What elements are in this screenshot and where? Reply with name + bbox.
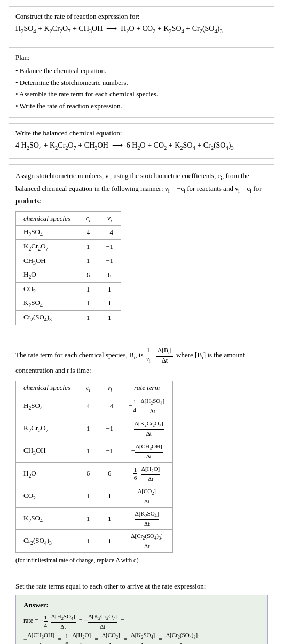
col-species: chemical species	[16, 211, 78, 226]
rt-species-ch3oh: CH3OH	[16, 440, 78, 462]
table-row: K2SO4 1 1 Δ[K2SO4]Δt	[16, 508, 173, 530]
table-row: CH3OH 1 −1 −Δ[CH3OH]Δt	[16, 440, 173, 462]
construct-label: Construct the rate of reaction expressio…	[15, 12, 268, 21]
stoich-section: Assign stoichiometric numbers, νi, using…	[9, 164, 274, 335]
v-k2cr2o7: −1	[98, 239, 121, 254]
species-co2: CO2	[16, 282, 78, 296]
plan-step-2: Determine the stoichiometric numbers.	[15, 77, 268, 88]
rt-c-k2so4: 1	[78, 508, 98, 530]
answer-section: Set the rate terms equal to each other t…	[9, 575, 274, 644]
rate-term-table: chemical species ci νi rate term H2SO4 4…	[15, 381, 173, 553]
table-row: K2SO4 1 1	[16, 296, 121, 311]
table-row: H2O 6 6	[16, 268, 121, 283]
col-vi: νi	[98, 211, 121, 226]
infinitesimal-note: (for infinitesimal rate of change, repla…	[15, 557, 268, 564]
rt-species-co2: CO2	[16, 485, 78, 508]
answer-label: Answer:	[23, 601, 260, 609]
col-rate: rate term	[121, 381, 173, 395]
plan-section: Plan: Balance the chemical equation. Det…	[9, 47, 274, 118]
rt-v-co2: 1	[98, 485, 121, 508]
c-k2so4: 1	[78, 296, 98, 311]
rt-species-h2so4: H2SO4	[16, 395, 78, 417]
rt-species-k2cr2o7: K2Cr2O7	[16, 417, 78, 440]
rt-v-h2so4: −4	[98, 395, 121, 417]
set-label: Set the rate terms equal to each other t…	[15, 581, 268, 592]
rt-rate-cr2so43: Δ[Cr2(SO4)3]Δt	[121, 530, 173, 552]
v-h2o: 6	[98, 268, 121, 283]
c-ch3oh: 1	[78, 254, 98, 268]
species-cr2so43: Cr2(SO4)3	[16, 310, 78, 325]
rt-rate-k2so4: Δ[K2SO4]Δt	[121, 508, 173, 530]
species-h2o: H2O	[16, 268, 78, 283]
rt-c-h2so4: 4	[78, 395, 98, 417]
rt-v-cr2so43: 1	[98, 530, 121, 552]
balanced-title: Write the balanced chemical equation:	[15, 129, 268, 138]
unbalanced-equation: H2SO4 + K2Cr2O7 + CH3OH ⟶ H2O + CO2 + K2…	[15, 24, 268, 34]
col-species-2: chemical species	[16, 381, 78, 395]
table-row: H2O 6 6 16 Δ[H2O]Δt	[16, 462, 173, 485]
col-vi-2: νi	[98, 381, 121, 395]
rt-v-k2so4: 1	[98, 508, 121, 530]
rt-c-k2cr2o7: 1	[78, 417, 98, 440]
rt-rate-ch3oh: −Δ[CH3OH]Δt	[121, 440, 173, 462]
v-k2so4: 1	[98, 296, 121, 311]
rt-species-cr2so43: Cr2(SO4)3	[16, 530, 78, 552]
table-row: H2SO4 4 −4 −14 Δ[H2SO4]Δt	[16, 395, 173, 417]
rt-c-co2: 1	[78, 485, 98, 508]
table-row: CO2 1 1	[16, 282, 121, 296]
table-row: K2Cr2O7 1 −1 −Δ[K2Cr2O7]Δt	[16, 417, 173, 440]
c-h2so4: 4	[78, 226, 98, 240]
v-h2so4: −4	[98, 226, 121, 240]
v-ch3oh: −1	[98, 254, 121, 268]
plan-step-4: Write the rate of reaction expression.	[15, 100, 268, 112]
rt-v-k2cr2o7: −1	[98, 417, 121, 440]
rt-c-cr2so43: 1	[78, 530, 98, 552]
rate-term-description: The rate term for each chemical species,…	[15, 347, 268, 376]
rt-c-h2o: 6	[78, 462, 98, 485]
rate-line-1: rate = −14 Δ[H2SO4]Δt = −Δ[K2Cr2O7]Δt =	[23, 613, 260, 630]
rt-rate-co2: Δ[CO2]Δt	[121, 485, 173, 508]
rt-c-ch3oh: 1	[78, 440, 98, 462]
table-row: Cr2(SO4)3 1 1 Δ[Cr2(SO4)3]Δt	[16, 530, 173, 552]
rt-species-k2so4: K2SO4	[16, 508, 78, 530]
species-k2so4: K2SO4	[16, 296, 78, 311]
species-k2cr2o7: K2Cr2O7	[16, 239, 78, 254]
plan-step-1: Balance the chemical equation.	[15, 65, 268, 77]
table-row: K2Cr2O7 1 −1	[16, 239, 121, 254]
table-row: H2SO4 4 −4	[16, 226, 121, 240]
col-ci: ci	[78, 211, 98, 226]
stoich-table: chemical species ci νi H2SO4 4 −4 K2Cr2O…	[15, 211, 121, 325]
c-k2cr2o7: 1	[78, 239, 98, 254]
rt-v-ch3oh: −1	[98, 440, 121, 462]
plan-list: Balance the chemical equation. Determine…	[15, 65, 268, 112]
rt-rate-k2cr2o7: −Δ[K2Cr2O7]Δt	[121, 417, 173, 440]
c-cr2so43: 1	[78, 310, 98, 325]
col-ci-2: ci	[78, 381, 98, 395]
species-ch3oh: CH3OH	[16, 254, 78, 268]
c-h2o: 6	[78, 268, 98, 283]
answer-box: Answer: rate = −14 Δ[H2SO4]Δt = −Δ[K2Cr2…	[15, 595, 268, 644]
c-co2: 1	[78, 282, 98, 296]
table-row: Cr2(SO4)3 1 1	[16, 310, 121, 325]
header-section: Construct the rate of reaction expressio…	[9, 6, 274, 42]
plan-title: Plan:	[15, 53, 268, 62]
stoich-description: Assign stoichiometric numbers, νi, using…	[15, 170, 268, 207]
table-row: CO2 1 1 Δ[CO2]Δt	[16, 485, 173, 508]
balanced-equation: 4 H2SO4 + K2Cr2O7 + CH3OH ⟶ 6 H2O + CO2 …	[15, 141, 268, 151]
rt-species-h2o: H2O	[16, 462, 78, 485]
rt-v-h2o: 6	[98, 462, 121, 485]
balanced-section: Write the balanced chemical equation: 4 …	[9, 123, 274, 159]
rt-rate-h2so4: −14 Δ[H2SO4]Δt	[121, 395, 173, 417]
species-h2so4: H2SO4	[16, 226, 78, 240]
v-co2: 1	[98, 282, 121, 296]
rate-line-2: −Δ[CH3OH]Δt = 16 Δ[H2O]Δt = Δ[CO2]Δt = Δ…	[23, 631, 260, 644]
rt-rate-h2o: 16 Δ[H2O]Δt	[121, 462, 173, 485]
table-row: CH3OH 1 −1	[16, 254, 121, 268]
rate-expression: rate = −14 Δ[H2SO4]Δt = −Δ[K2Cr2O7]Δt = …	[23, 613, 260, 644]
plan-step-3: Assemble the rate term for each chemical…	[15, 88, 268, 100]
v-cr2so43: 1	[98, 310, 121, 325]
rate-term-section: The rate term for each chemical species,…	[9, 341, 274, 569]
